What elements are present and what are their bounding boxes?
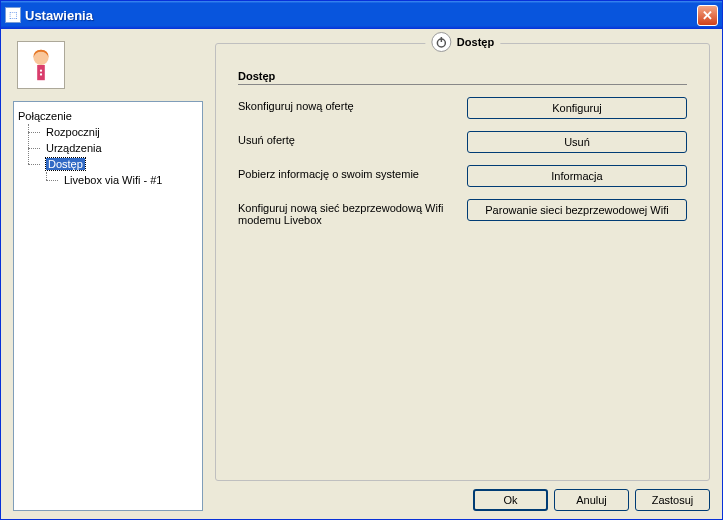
- group-title: Dostęp: [425, 32, 500, 52]
- window-title: Ustawienia: [25, 8, 697, 23]
- app-icon: ⬚: [5, 7, 21, 23]
- section-header: Dostęp: [238, 70, 687, 85]
- content-area: Połączenie Rozpocznij Urządzenia Dostęp …: [1, 29, 722, 519]
- titlebar[interactable]: ⬚ Ustawienia ✕: [1, 1, 722, 29]
- label-configure-offer: Skonfiguruj nową ofertę: [238, 97, 467, 112]
- label-sysinfo: Pobierz informację o swoim systemie: [238, 165, 467, 180]
- configure-button[interactable]: Konfiguruj: [467, 97, 687, 119]
- row-configure-offer: Skonfiguruj nową ofertę Konfiguruj: [238, 97, 687, 119]
- row-remove-offer: Usuń ofertę Usuń: [238, 131, 687, 153]
- information-button[interactable]: Informacja: [467, 165, 687, 187]
- navigation-tree[interactable]: Połączenie Rozpocznij Urządzenia Dostęp …: [13, 101, 203, 511]
- dialog-footer: Ok Anuluj Zastosuj: [215, 489, 710, 511]
- cancel-button[interactable]: Anuluj: [554, 489, 629, 511]
- ok-button[interactable]: Ok: [473, 489, 548, 511]
- tree-root-connection[interactable]: Połączenie: [18, 108, 198, 124]
- svg-rect-2: [37, 65, 45, 80]
- tree-item-rozpocznij[interactable]: Rozpocznij: [36, 124, 198, 140]
- tree-item-dostep[interactable]: Dostęp: [36, 156, 198, 172]
- avatar: [17, 41, 65, 89]
- main-area: Połączenie Rozpocznij Urządzenia Dostęp …: [13, 39, 710, 511]
- svg-point-3: [40, 70, 42, 72]
- group-title-text: Dostęp: [457, 36, 494, 48]
- label-remove-offer: Usuń ofertę: [238, 131, 467, 146]
- access-groupbox: Dostęp Dostęp Skonfiguruj nową ofertę Ko…: [215, 43, 710, 481]
- remove-button[interactable]: Usuń: [467, 131, 687, 153]
- row-wifi-pair: Konfiguruj nową sieć bezprzewodową Wifi …: [238, 199, 687, 226]
- apply-button[interactable]: Zastosuj: [635, 489, 710, 511]
- tree-item-livebox[interactable]: Livebox via Wifi - #1: [54, 172, 198, 188]
- tree-item-urzadzenia[interactable]: Urządzenia: [36, 140, 198, 156]
- label-wifi-pair: Konfiguruj nową sieć bezprzewodową Wifi …: [238, 199, 467, 226]
- power-icon: [431, 32, 451, 52]
- close-icon[interactable]: ✕: [697, 5, 718, 26]
- settings-window: ⬚ Ustawienia ✕ Połącz: [0, 0, 723, 520]
- row-sysinfo: Pobierz informację o swoim systemie Info…: [238, 165, 687, 187]
- right-column: Dostęp Dostęp Skonfiguruj nową ofertę Ko…: [215, 39, 710, 511]
- left-column: Połączenie Rozpocznij Urządzenia Dostęp …: [13, 39, 203, 511]
- person-icon: [22, 46, 60, 84]
- wifi-pair-button[interactable]: Parowanie sieci bezprzewodowej Wifi: [467, 199, 687, 221]
- svg-point-4: [40, 73, 42, 75]
